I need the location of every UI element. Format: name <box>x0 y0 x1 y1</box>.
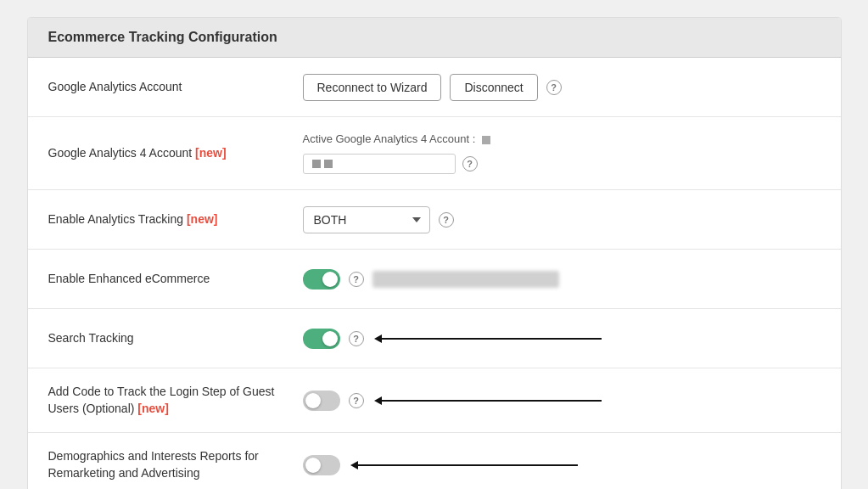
help-icon-enhanced-ecommerce[interactable]: ? <box>349 272 364 287</box>
analytics-tracking-dropdown[interactable]: BOTH UA Only GA4 Only <box>303 206 430 233</box>
help-icon-google-analytics[interactable]: ? <box>546 80 562 95</box>
toggle-slider-enhanced-ecommerce <box>303 269 340 289</box>
help-icon-search-tracking[interactable]: ? <box>349 331 364 346</box>
page-title: Ecommerce Tracking Configuration <box>48 30 820 45</box>
ga4-input-pixel2 <box>324 160 333 168</box>
controls-demographics <box>303 455 820 475</box>
toggle-demographics[interactable] <box>303 455 340 475</box>
arrow-annotation-login <box>381 400 602 402</box>
help-icon-analytics-tracking[interactable]: ? <box>439 212 454 228</box>
ga4-input-pixel <box>312 160 321 168</box>
toggle-search-tracking[interactable] <box>303 329 340 349</box>
help-icon-ga4[interactable]: ? <box>462 156 478 171</box>
label-google-analytics-4: Google Analytics 4 Account [new] <box>48 145 303 162</box>
arrow-line-login <box>381 400 602 402</box>
controls-add-code-login: ? <box>303 391 820 411</box>
arrow-annotation-search-tracking <box>381 338 602 340</box>
label-enable-analytics-tracking: Enable Analytics Tracking [new] <box>48 211 303 228</box>
label-search-tracking: Search Tracking <box>48 330 303 347</box>
toggle-slider-add-code-login <box>303 391 340 411</box>
label-google-analytics-account: Google Analytics Account <box>48 79 303 96</box>
config-card: Ecommerce Tracking Configuration Google … <box>27 17 842 489</box>
row-search-tracking: Search Tracking ? <box>28 309 841 368</box>
row-google-analytics-account: Google Analytics Account Reconnect to Wi… <box>28 58 841 117</box>
card-header: Ecommerce Tracking Configuration <box>28 18 841 58</box>
row-google-analytics-4: Google Analytics 4 Account [new] Active … <box>28 117 841 190</box>
reconnect-wizard-button[interactable]: Reconnect to Wizard <box>303 74 442 101</box>
ga4-active-label: Active Google Analytics 4 Account : <box>303 132 490 145</box>
ga4-column: Active Google Analytics 4 Account : ? <box>303 132 490 174</box>
arrow-line-search-tracking <box>381 338 602 340</box>
ga4-pixel-indicator <box>482 136 490 144</box>
ga4-active-row: Active Google Analytics 4 Account : <box>303 132 490 150</box>
controls-google-analytics-account: Reconnect to Wizard Disconnect ? <box>303 74 820 101</box>
row-demographics: Demographics and Interests Reports for R… <box>28 433 841 489</box>
new-badge-ga4: [new] <box>195 146 227 160</box>
new-badge-login: [new] <box>137 402 169 415</box>
controls-enable-analytics-tracking: BOTH UA Only GA4 Only ? <box>303 206 820 233</box>
controls-google-analytics-4: Active Google Analytics 4 Account : ? <box>303 132 820 174</box>
toggle-slider-demographics <box>303 455 340 475</box>
controls-enable-enhanced-ecommerce: ? <box>303 269 820 289</box>
label-demographics: Demographics and Interests Reports for R… <box>48 448 303 481</box>
toggle-enhanced-ecommerce[interactable] <box>303 269 340 289</box>
controls-search-tracking: ? <box>303 329 820 349</box>
ga4-text-input[interactable] <box>303 154 456 174</box>
new-badge-analytics: [new] <box>187 212 218 226</box>
disconnect-button[interactable]: Disconnect <box>450 74 537 101</box>
toggle-add-code-login[interactable] <box>303 391 340 411</box>
label-add-code-login: Add Code to Track the Login Step of Gues… <box>48 384 303 417</box>
arrow-annotation-demographics <box>357 464 578 466</box>
arrow-line-demographics <box>357 464 578 466</box>
label-enable-enhanced-ecommerce: Enable Enhanced eCommerce <box>48 271 303 288</box>
blurred-content-enhanced-ecommerce <box>372 271 559 288</box>
toggle-slider-search-tracking <box>303 329 340 349</box>
help-icon-add-code-login[interactable]: ? <box>349 393 364 408</box>
row-add-code-login: Add Code to Track the Login Step of Gues… <box>28 368 841 433</box>
ga4-input-row: ? <box>303 154 490 174</box>
row-enable-enhanced-ecommerce: Enable Enhanced eCommerce ? <box>28 250 841 309</box>
row-enable-analytics-tracking: Enable Analytics Tracking [new] BOTH UA … <box>28 190 841 250</box>
